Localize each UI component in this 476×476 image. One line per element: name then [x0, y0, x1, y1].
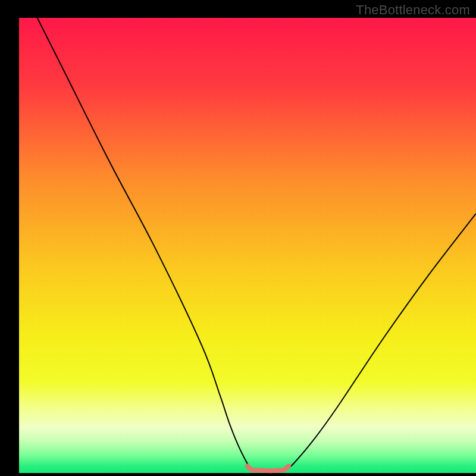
heatmap-gradient-background	[19, 18, 476, 473]
watermark-text: TheBottleneck.com	[356, 2, 470, 18]
bottleneck-chart	[0, 0, 476, 476]
